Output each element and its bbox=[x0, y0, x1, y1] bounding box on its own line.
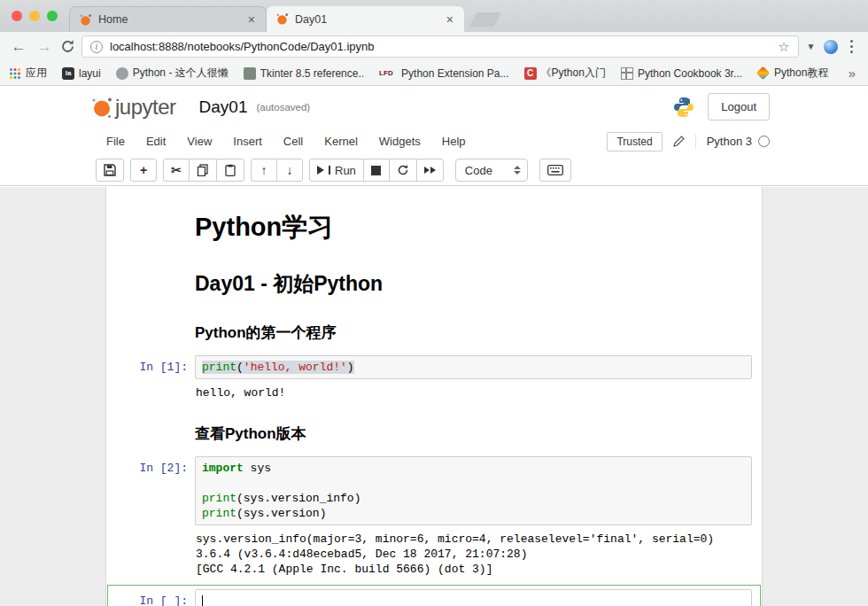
jupyter-planet-icon bbox=[90, 96, 113, 119]
command-palette-button[interactable] bbox=[539, 159, 571, 182]
layui-favicon: la bbox=[62, 67, 74, 80]
menu-widgets[interactable]: Widgets bbox=[368, 129, 431, 153]
kernel-indicator: Python 3 bbox=[695, 135, 770, 148]
code-cell-3-editing[interactable]: In [ ]: bbox=[107, 585, 761, 606]
forward-icon[interactable]: → bbox=[35, 38, 54, 56]
insert-cell-button[interactable]: + bbox=[130, 159, 157, 182]
tab-close-icon[interactable]: × bbox=[445, 13, 455, 26]
lfd-favicon: LFD bbox=[379, 67, 397, 80]
jupyter-toolbar: + ✂ ↑ ↓ Run Code bbox=[0, 155, 868, 186]
colorful-favicon bbox=[757, 67, 770, 80]
run-cell-button[interactable]: Run bbox=[309, 159, 364, 182]
code-cell-1[interactable]: In [1]: print('hello, world!') hello, wo… bbox=[107, 351, 761, 408]
code-editor[interactable]: import sys print(sys.version_info) print… bbox=[195, 456, 752, 525]
copy-icon bbox=[197, 164, 209, 176]
bookmark-apps[interactable]: 应用 bbox=[9, 66, 47, 81]
move-cell-up-button[interactable]: ↑ bbox=[251, 159, 277, 182]
restart-run-all-button[interactable] bbox=[416, 159, 444, 182]
input-prompt: In [ ]: bbox=[108, 589, 188, 606]
page-info-icon[interactable]: i bbox=[90, 41, 103, 53]
menu-insert[interactable]: Insert bbox=[222, 129, 273, 153]
tab-day01[interactable]: Day01 × bbox=[267, 6, 464, 32]
tab-title: Home bbox=[98, 13, 240, 26]
code-editor[interactable]: print('hello, world!') bbox=[195, 355, 752, 379]
markdown-cell-h3a[interactable]: Python的第一个程序 bbox=[107, 307, 761, 351]
bookmarks-overflow-icon[interactable]: » bbox=[849, 66, 859, 81]
url-text[interactable]: localhost:8888/notebooks/PythonCode/Day0… bbox=[110, 40, 771, 53]
new-tab-button[interactable] bbox=[469, 12, 502, 27]
bookmark-python-blog[interactable]: Python - 这个人很懒 bbox=[116, 66, 229, 81]
menu-help[interactable]: Help bbox=[431, 129, 477, 153]
back-icon[interactable]: ← bbox=[9, 38, 28, 56]
close-window-button[interactable] bbox=[12, 11, 22, 21]
bookmark-star-icon[interactable]: ☆ bbox=[778, 39, 789, 55]
zoom-window-button[interactable] bbox=[47, 11, 58, 21]
bookmark-python-tutorial[interactable]: Python教程 bbox=[757, 66, 828, 81]
bookmark-python-extension[interactable]: LFD Python Extension Pa... bbox=[379, 67, 508, 80]
grid-favicon bbox=[621, 67, 633, 80]
restart-kernel-button[interactable] bbox=[389, 159, 417, 182]
tab-home[interactable]: Home × bbox=[69, 6, 267, 32]
keyboard-icon bbox=[547, 165, 563, 175]
cut-cell-button[interactable]: ✂ bbox=[163, 159, 190, 182]
jupyter-menu-bar: File Edit View Insert Cell Kernel Widget… bbox=[0, 128, 868, 155]
browser-menu-icon[interactable] bbox=[844, 40, 860, 54]
cell-type-select[interactable]: Code bbox=[455, 159, 528, 182]
tab-close-icon[interactable]: × bbox=[246, 13, 257, 26]
subsection-title: 查看Python版本 bbox=[195, 423, 752, 444]
move-cell-down-button[interactable]: ↓ bbox=[276, 159, 303, 182]
section-title: Day01 - 初始Python bbox=[195, 270, 752, 298]
cell-output: sys.version_info(major=3, minor=6, micro… bbox=[195, 525, 752, 580]
trusted-badge[interactable]: Trusted bbox=[607, 132, 662, 152]
markdown-cell-h1[interactable]: Python学习 bbox=[107, 198, 761, 255]
input-prompt: In [2]: bbox=[108, 456, 188, 475]
markdown-cell-h2[interactable]: Day01 - 初始Python bbox=[107, 255, 761, 307]
save-button[interactable] bbox=[96, 159, 124, 182]
jupyter-wordmark: jupyter bbox=[115, 95, 176, 120]
menu-edit[interactable]: Edit bbox=[136, 129, 176, 153]
output-prompt bbox=[108, 525, 188, 531]
arrow-up-icon: ↑ bbox=[261, 164, 267, 176]
plus-icon: + bbox=[140, 164, 147, 176]
extension-globe-icon[interactable] bbox=[824, 40, 838, 54]
code-editor[interactable] bbox=[195, 589, 752, 606]
fast-forward-icon bbox=[424, 167, 436, 174]
cell-output: hello, world! bbox=[195, 379, 752, 404]
apps-grid-icon bbox=[9, 67, 21, 80]
bookmark-python-intro[interactable]: C 《Python入门 bbox=[524, 66, 606, 81]
output-prompt bbox=[108, 379, 188, 385]
run-icon bbox=[317, 166, 324, 175]
logout-button[interactable]: Logout bbox=[708, 93, 770, 120]
code-cell-2[interactable]: In [2]: import sys print(sys.version_inf… bbox=[107, 452, 761, 585]
markdown-cell-h3b[interactable]: 查看Python版本 bbox=[107, 408, 761, 452]
notebook-title[interactable]: Day01 bbox=[199, 97, 248, 117]
restart-icon bbox=[397, 164, 409, 176]
jupyter-logo[interactable]: jupyter bbox=[90, 95, 176, 120]
kernel-name: Python 3 bbox=[707, 135, 752, 148]
jupyter-header: jupyter Day01 (autosaved) Logout bbox=[0, 86, 868, 128]
bookmark-python-cookbook[interactable]: Python Cookbook 3r... bbox=[621, 67, 742, 80]
c-site-favicon: C bbox=[524, 67, 537, 80]
address-bar[interactable]: i localhost:8888/notebooks/PythonCode/Da… bbox=[81, 35, 799, 58]
python-gray-favicon bbox=[116, 67, 128, 80]
menu-view[interactable]: View bbox=[176, 129, 222, 153]
bookmark-tkinter[interactable]: Tkinter 8.5 reference.. bbox=[244, 67, 364, 80]
interrupt-kernel-button[interactable] bbox=[363, 159, 390, 182]
minimize-window-button[interactable] bbox=[29, 11, 40, 21]
bookmark-layui[interactable]: la layui bbox=[62, 67, 101, 80]
browser-nav-bar: ← → i localhost:8888/notebooks/PythonCod… bbox=[0, 32, 868, 61]
copy-cell-button[interactable] bbox=[189, 159, 217, 182]
text-cursor bbox=[202, 595, 203, 606]
stop-icon bbox=[371, 166, 381, 175]
jupyter-favicon bbox=[275, 12, 289, 26]
tab-strip: Home × Day01 × bbox=[69, 6, 464, 32]
downloads-icon[interactable]: ▼ bbox=[805, 42, 818, 51]
paste-cell-button[interactable] bbox=[216, 159, 244, 182]
reload-icon[interactable] bbox=[60, 39, 75, 54]
page-title: Python学习 bbox=[195, 210, 752, 245]
menu-kernel[interactable]: Kernel bbox=[314, 129, 368, 153]
menu-file[interactable]: File bbox=[96, 129, 136, 153]
input-prompt: In [1]: bbox=[108, 355, 188, 374]
notebook-scroll-area[interactable]: Python学习 Day01 - 初始Python Python的第一个程序 I… bbox=[0, 187, 868, 606]
menu-cell[interactable]: Cell bbox=[273, 129, 314, 153]
